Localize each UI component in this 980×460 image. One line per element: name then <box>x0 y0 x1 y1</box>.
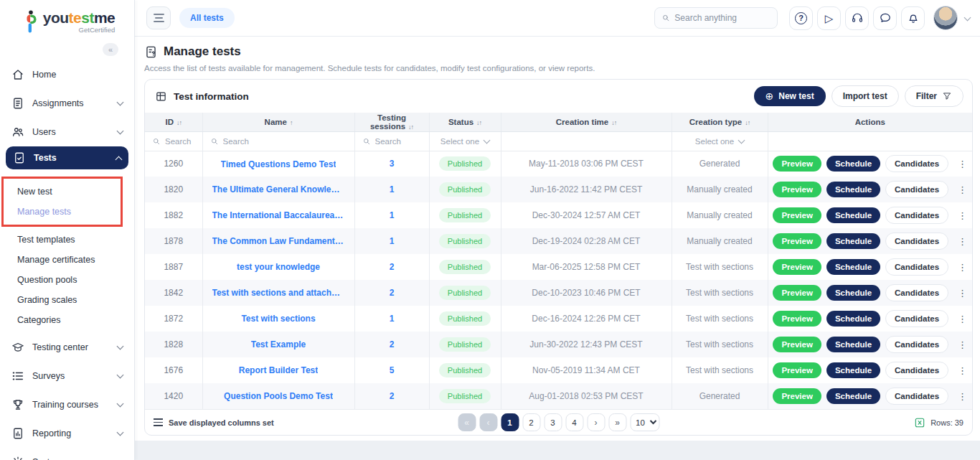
page-button-1[interactable]: 1 <box>501 413 519 431</box>
submenu-item-manage-tests[interactable]: Manage tests <box>4 202 121 222</box>
preview-button[interactable]: Preview <box>773 362 821 378</box>
testing-sessions-link[interactable]: 3 <box>390 159 395 169</box>
page-button-2[interactable]: 2 <box>522 413 540 431</box>
page-button-3[interactable]: 3 <box>544 413 562 431</box>
id-filter[interactable] <box>145 137 202 146</box>
sessions-filter[interactable] <box>355 137 429 146</box>
hamburger-menu-button[interactable] <box>146 6 171 29</box>
candidates-button[interactable]: Candidates <box>885 181 948 198</box>
preview-button[interactable]: Preview <box>773 156 821 172</box>
column-header-creation-type[interactable]: Creation type↓↑ <box>672 113 768 131</box>
sidebar-item-surveys[interactable]: Surveys <box>0 362 134 390</box>
sort-asc-icon[interactable]: ↑ <box>290 119 293 126</box>
sort-icon[interactable]: ↓↑ <box>476 119 481 126</box>
kebab-menu-icon[interactable]: ⋮ <box>958 159 967 169</box>
sort-icon[interactable]: ↓↑ <box>408 123 413 131</box>
test-name-link[interactable]: Question Pools Demo Test <box>224 391 333 401</box>
column-header-status[interactable]: Status↓↑ <box>429 113 501 131</box>
schedule-button[interactable]: Schedule <box>826 362 880 378</box>
schedule-button[interactable]: Schedule <box>826 388 880 404</box>
tutorial-play-button[interactable]: ▷ <box>817 6 841 30</box>
sidebar-item-training-courses[interactable]: Training courses <box>0 390 134 419</box>
schedule-button[interactable]: Schedule <box>826 285 880 301</box>
kebab-menu-icon[interactable]: ⋮ <box>958 391 967 402</box>
kebab-menu-icon[interactable]: ⋮ <box>958 365 967 376</box>
schedule-button[interactable]: Schedule <box>826 311 880 327</box>
creation-type-filter-select[interactable]: Select one <box>672 137 768 146</box>
test-name-link[interactable]: Test with sections and attachments <box>212 288 345 298</box>
candidates-button[interactable]: Candidates <box>885 284 948 301</box>
candidates-button[interactable]: Candidates <box>885 388 948 405</box>
testing-sessions-link[interactable]: 2 <box>390 288 395 298</box>
testing-sessions-link[interactable]: 5 <box>390 365 395 375</box>
pagination-next-button[interactable]: › <box>587 413 605 431</box>
column-header-testing-sessions[interactable]: Testing sessions↓↑ <box>354 113 429 131</box>
testing-sessions-link[interactable]: 1 <box>390 236 395 246</box>
chat-button[interactable] <box>873 6 897 30</box>
search-input[interactable] <box>674 13 771 23</box>
id-search-input[interactable] <box>165 137 195 146</box>
status-filter-select[interactable]: Select one <box>430 137 501 146</box>
candidates-button[interactable]: Candidates <box>885 362 948 379</box>
submenu-item-categories[interactable]: Categories <box>0 310 134 330</box>
preview-button[interactable]: Preview <box>773 233 821 249</box>
submenu-item-question-pools[interactable]: Question pools <box>0 270 134 290</box>
name-search-input[interactable] <box>223 137 347 146</box>
pagination-first-button[interactable]: « <box>458 413 476 431</box>
preview-button[interactable]: Preview <box>773 337 821 352</box>
schedule-button[interactable]: Schedule <box>826 156 880 172</box>
candidates-button[interactable]: Candidates <box>885 233 948 250</box>
column-header-creation-time[interactable]: Creation time↓↑ <box>501 113 672 131</box>
breadcrumb[interactable]: All tests <box>179 8 235 28</box>
test-name-link[interactable]: Report Builder Test <box>239 365 318 375</box>
testing-sessions-link[interactable]: 2 <box>390 339 395 349</box>
import-test-button[interactable]: Import test <box>831 85 899 107</box>
testing-sessions-link[interactable]: 2 <box>390 391 395 401</box>
test-name-link[interactable]: Timed Questions Demo Test <box>221 159 336 169</box>
test-name-link[interactable]: The Ultimate General Knowledge Quiz <box>212 184 345 194</box>
kebab-menu-icon[interactable]: ⋮ <box>958 262 967 273</box>
column-header-name[interactable]: Name↑ <box>202 113 354 131</box>
chevron-down-icon[interactable] <box>964 14 971 21</box>
testing-sessions-link[interactable]: 1 <box>390 184 395 194</box>
column-header-id[interactable]: ID↓↑ <box>145 113 202 131</box>
submenu-item-manage-certificates[interactable]: Manage certificates <box>0 250 134 270</box>
page-button-4[interactable]: 4 <box>565 413 583 431</box>
user-avatar[interactable] <box>933 6 958 30</box>
kebab-menu-icon[interactable]: ⋮ <box>958 210 967 221</box>
help-button[interactable]: ? <box>789 6 813 30</box>
sidebar-item-testing-center[interactable]: Testing center <box>0 333 134 362</box>
pagination-prev-button[interactable]: ‹ <box>479 413 497 431</box>
schedule-button[interactable]: Schedule <box>826 337 880 352</box>
schedule-button[interactable]: Schedule <box>826 233 880 249</box>
preview-button[interactable]: Preview <box>773 388 821 404</box>
sidebar-item-system[interactable]: System <box>0 448 134 460</box>
preview-button[interactable]: Preview <box>773 285 821 301</box>
page-size-select[interactable]: 10 <box>630 413 659 431</box>
candidates-button[interactable]: Candidates <box>885 258 948 276</box>
sort-icon[interactable]: ↓↑ <box>611 119 616 126</box>
kebab-menu-icon[interactable]: ⋮ <box>958 184 967 195</box>
submenu-item-new-test[interactable]: New test <box>4 182 121 202</box>
kebab-menu-icon[interactable]: ⋮ <box>958 236 967 247</box>
kebab-menu-icon[interactable]: ⋮ <box>958 339 967 350</box>
schedule-button[interactable]: Schedule <box>826 207 880 223</box>
schedule-button[interactable]: Schedule <box>826 259 880 275</box>
save-columns-button[interactable]: Save displayed columns set <box>154 418 274 427</box>
preview-button[interactable]: Preview <box>773 182 821 197</box>
sessions-search-input[interactable] <box>375 137 422 146</box>
candidates-button[interactable]: Candidates <box>885 207 948 224</box>
sidebar-item-home[interactable]: Home <box>0 60 134 89</box>
preview-button[interactable]: Preview <box>773 259 821 275</box>
sidebar-collapse-button[interactable]: « <box>103 43 118 56</box>
kebab-menu-icon[interactable]: ⋮ <box>958 314 967 324</box>
sidebar-item-users[interactable]: Users <box>0 118 134 146</box>
candidates-button[interactable]: Candidates <box>885 336 948 353</box>
notifications-button[interactable] <box>901 6 925 30</box>
preview-button[interactable]: Preview <box>773 207 821 223</box>
sidebar-item-assignments[interactable]: Assignments <box>0 89 134 118</box>
candidates-button[interactable]: Candidates <box>885 310 948 327</box>
support-button[interactable] <box>845 6 869 30</box>
new-test-button[interactable]: ⊕ New test <box>754 86 826 106</box>
global-search[interactable] <box>654 7 778 29</box>
